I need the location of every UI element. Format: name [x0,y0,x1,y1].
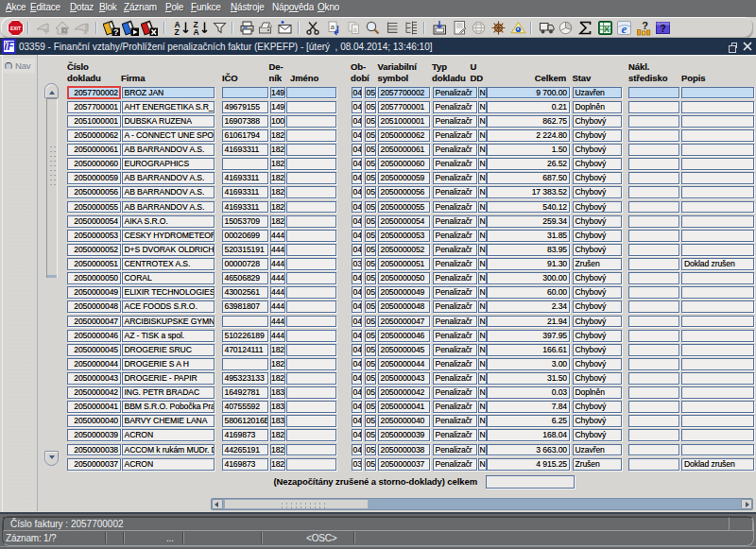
svg-text:A: A [194,27,199,36]
svg-text:?: ? [642,20,648,31]
svg-text:?: ? [660,24,665,34]
svg-text:Z: Z [175,27,180,36]
svg-text:e: e [622,22,627,36]
svg-text:EXIT: EXIT [10,26,21,31]
svg-text:a: a [331,23,335,31]
svg-text:?: ? [113,27,119,37]
svg-text:a: a [353,26,357,33]
svg-text:X: X [604,24,610,34]
